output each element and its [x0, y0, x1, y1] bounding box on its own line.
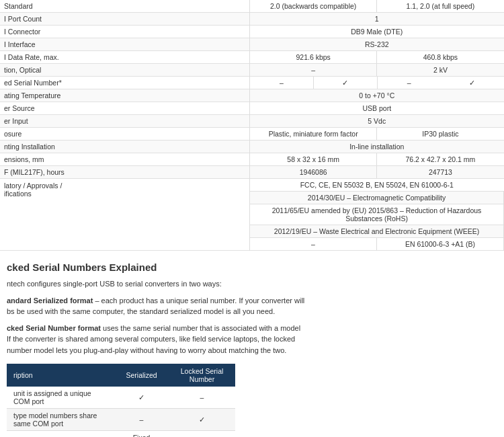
compare-label: Applications: [7, 431, 114, 438]
row-col1: –: [250, 64, 377, 76]
row-col1: 2.0 (backwards compatible): [250, 0, 377, 12]
row-col1: 1946086: [250, 166, 377, 178]
row-value: FCC, CE, EN 55032 B, EN 55024, EN 61000-…: [250, 179, 504, 192]
row-label: I Port Count: [0, 13, 250, 26]
row-label: er Source: [0, 102, 250, 115]
row-label: latory / Approvals /ifications: [0, 179, 250, 251]
col-locked: Locked Serial Number: [169, 364, 235, 387]
table-header-row: ription Serialized Locked Serial Number: [7, 364, 235, 387]
row-col1: –: [250, 77, 314, 89]
row-value: RS-232: [250, 38, 504, 51]
row-col4: ✓: [441, 77, 504, 89]
locked-serial-section: cked Serial Numbers Explained ntech conf…: [0, 251, 504, 437]
row-col1: 921.6 kbps: [250, 51, 377, 63]
row-col2: EN 61000-6-3 +A1 (B): [377, 238, 503, 250]
table-row: I Connector DB9 Male (DTE): [0, 26, 504, 38]
row-label: ed Serial Number*: [0, 77, 250, 89]
compare-label: unit is assigned a unique COM port: [7, 387, 114, 409]
compare-row: type model numbers share same COM port –…: [7, 409, 235, 431]
row-value: 1: [250, 13, 504, 26]
row-label: Standard: [0, 0, 250, 13]
row-label: tion, Optical: [0, 64, 250, 77]
compare-locked: –: [169, 387, 235, 409]
compare-locked: ✓: [169, 409, 235, 431]
row-col2: 460.8 kbps: [377, 51, 503, 63]
row-value: 2011/65/EU amended by (EU) 2015/863 – Re…: [250, 204, 504, 225]
serialized-heading: andard Serialized format: [7, 296, 93, 305]
row-col3: –: [378, 77, 441, 89]
row-col1: 58 x 32 x 16 mm: [250, 153, 377, 165]
row-label: nting Installation: [0, 141, 250, 153]
compare-serialized: Fixed locations: [114, 431, 169, 438]
row-col1: –: [250, 238, 377, 250]
section-intro: ntech configures single-port USB to seri…: [7, 278, 497, 290]
table-row: I Port Count 1: [0, 13, 504, 26]
row-value: 0 to +70 °C: [250, 89, 504, 102]
table-row: er Input 5 Vdc: [0, 115, 504, 128]
row-col2: ✓: [314, 77, 378, 89]
table-row: er Source USB port: [0, 102, 504, 115]
table-row: ed Serial Number* – ✓ – ✓: [0, 77, 504, 89]
table-row: osure Plastic, miniature form factor IP3…: [0, 128, 504, 141]
row-col1: Plastic, miniature form factor: [250, 128, 377, 140]
compare-table: ription Serialized Locked Serial Number …: [7, 364, 235, 437]
table-row: F (MIL217F), hours 1946086 247713: [0, 166, 504, 179]
row-label: ensions, mm: [0, 153, 250, 166]
row-col2: IP30 plastic: [377, 128, 503, 140]
row-value: 2014/30/EU – Electromagnetic Compatibili…: [250, 192, 504, 204]
row-value: In-line installation: [250, 141, 504, 153]
row-label: I Connector: [0, 26, 250, 38]
compare-serialized: –: [114, 409, 169, 431]
compare-label: type model numbers share same COM port: [7, 409, 114, 431]
table-row: I Data Rate, max. 921.6 kbps 460.8 kbps: [0, 51, 504, 64]
row-col2: 1.1, 2.0 (at full speed): [377, 0, 503, 12]
locked-heading: cked Serial Number format: [7, 324, 101, 332]
table-row: Standard 2.0 (backwards compatible) 1.1,…: [0, 0, 504, 13]
col-serialized: Serialized: [114, 364, 169, 387]
table-row: tion, Optical – 2 kV: [0, 64, 504, 77]
table-row: I Interface RS-232: [0, 38, 504, 51]
table-row: ating Temperature 0 to +70 °C: [0, 89, 504, 102]
row-value: DB9 Male (DTE): [250, 26, 504, 38]
row-value: 5 Vdc: [250, 115, 504, 128]
spec-table: Standard 2.0 (backwards compatible) 1.1,…: [0, 0, 504, 251]
row-col2: 76.2 x 42.7 x 20.1 mm: [377, 153, 503, 165]
row-value: USB port: [250, 102, 504, 115]
compare-row: unit is assigned a unique COM port ✓ –: [7, 387, 235, 409]
section-heading: cked Serial Numbers Explained: [7, 262, 497, 273]
row-label: ating Temperature: [0, 89, 250, 102]
serialized-para: andard Serialized format – each product …: [7, 295, 497, 317]
col-description: ription: [7, 364, 114, 387]
compare-row: Applications Fixed locations Field servi…: [7, 431, 235, 438]
compare-locked: Field service: [169, 431, 235, 438]
table-row: latory / Approvals /ifications FCC, CE, …: [0, 179, 504, 192]
table-row: nting Installation In-line installation: [0, 141, 504, 153]
compare-serialized: ✓: [114, 387, 169, 409]
row-col2: 247713: [377, 166, 503, 178]
row-value: 2012/19/EU – Waste Electrical and Electr…: [250, 225, 504, 238]
row-label: osure: [0, 128, 250, 141]
row-label: I Interface: [0, 38, 250, 51]
row-label: I Data Rate, max.: [0, 51, 250, 64]
row-label: er Input: [0, 115, 250, 128]
table-row: ensions, mm 58 x 32 x 16 mm 76.2 x 42.7 …: [0, 153, 504, 166]
row-label: F (MIL217F), hours: [0, 166, 250, 179]
locked-para: cked Serial Number format uses the same …: [7, 323, 497, 356]
row-col2: 2 kV: [377, 64, 503, 76]
